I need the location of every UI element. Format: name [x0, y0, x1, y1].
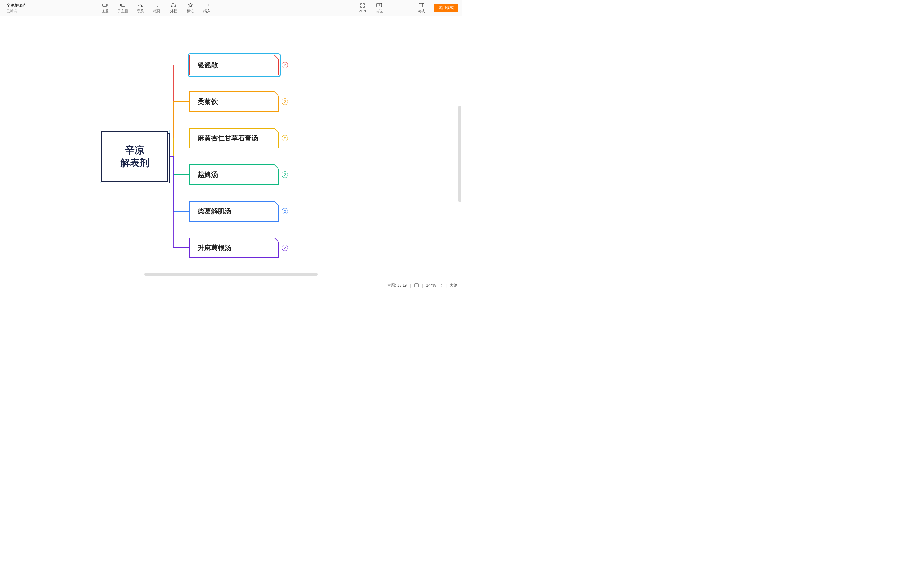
- format-label: 格式: [418, 9, 425, 13]
- summary-label: 概要: [153, 9, 160, 13]
- zoom-level[interactable]: 144%: [426, 283, 436, 287]
- child-count-badge[interactable]: 2: [282, 135, 288, 141]
- marker-button[interactable]: 标记: [186, 3, 195, 13]
- topic-icon: [102, 3, 108, 8]
- subtopic-label: 柴葛解肌汤: [198, 207, 231, 216]
- topic-label: 主题: [102, 9, 109, 13]
- outline-button[interactable]: 大纲: [450, 283, 457, 288]
- subtopic-node[interactable]: 越婢汤: [189, 164, 279, 185]
- subtopic-icon: [120, 3, 126, 8]
- svg-rect-0: [103, 4, 107, 6]
- relation-icon: [137, 3, 143, 8]
- zoom-stepper[interactable]: ▲▼: [440, 284, 443, 287]
- svg-rect-2: [171, 3, 176, 7]
- separator: |: [422, 283, 423, 287]
- subtopic-node[interactable]: 桑菊饮: [189, 91, 279, 112]
- fold-corner-icon: [273, 237, 279, 243]
- marker-label: 标记: [187, 9, 194, 13]
- fold-corner-icon: [273, 55, 279, 61]
- subtopic-label: 升麻葛根汤: [198, 243, 231, 252]
- format-button[interactable]: 格式: [417, 3, 426, 13]
- central-topic[interactable]: 辛凉 解表剂: [101, 131, 168, 182]
- child-count-badge[interactable]: 2: [282, 98, 288, 105]
- summary-icon: [154, 3, 160, 8]
- trial-mode-button[interactable]: 试用模式: [434, 3, 458, 12]
- central-line2: 解表剂: [120, 156, 149, 169]
- zen-button[interactable]: ZEN: [358, 3, 367, 13]
- topic-button[interactable]: 主题: [101, 3, 110, 13]
- vertical-scrollbar[interactable]: [459, 106, 461, 202]
- svg-rect-4: [419, 3, 424, 7]
- toolbar: 辛凉解表剂 已编辑 主题 子主题 联系 概要 外框 标记 插入: [0, 0, 462, 16]
- central-box: 辛凉 解表剂: [101, 131, 168, 182]
- relation-label: 联系: [137, 9, 144, 13]
- child-count-badge[interactable]: 2: [282, 245, 288, 251]
- minimap-icon[interactable]: [414, 284, 419, 287]
- subtopic-button[interactable]: 子主题: [118, 3, 128, 13]
- fold-corner-icon: [273, 164, 279, 170]
- topic-count-label: 主题: 1 / 19: [387, 283, 407, 288]
- horizontal-scrollbar[interactable]: [144, 273, 318, 276]
- subtopic-node[interactable]: 升麻葛根汤: [189, 237, 279, 258]
- subtopic-label: 子主题: [118, 9, 128, 13]
- svg-rect-1: [121, 4, 125, 6]
- document-status: 已编辑: [6, 9, 27, 13]
- subtopic-label: 越婢汤: [198, 170, 218, 179]
- subtopic-node[interactable]: 柴葛解肌汤: [189, 201, 279, 221]
- relation-button[interactable]: 联系: [136, 3, 145, 13]
- insert-label: 插入: [204, 9, 210, 13]
- toolbar-center: 主题 子主题 联系 概要 外框 标记 插入: [101, 3, 212, 13]
- mindmap-canvas[interactable]: 辛凉 解表剂 银翘散2桑菊饮2麻黄杏仁甘草石膏汤2越婢汤2柴葛解肌汤2升麻葛根汤…: [0, 16, 462, 282]
- zen-label: ZEN: [359, 9, 366, 13]
- title-area: 辛凉解表剂 已编辑: [6, 3, 27, 13]
- subtopic-node[interactable]: 银翘散: [189, 55, 279, 75]
- fold-corner-icon: [273, 128, 279, 134]
- fold-corner-icon: [273, 201, 279, 207]
- subtopic-node[interactable]: 麻黄杏仁甘草石膏汤: [189, 128, 279, 148]
- fold-corner-icon: [273, 91, 279, 97]
- plus-icon: [204, 3, 210, 8]
- boundary-button[interactable]: 外框: [169, 3, 178, 13]
- child-count-badge[interactable]: 2: [282, 208, 288, 214]
- subtopic-label: 桑菊饮: [198, 97, 218, 106]
- present-label: 演说: [376, 9, 383, 13]
- boundary-icon: [171, 3, 176, 8]
- present-button[interactable]: 演说: [375, 3, 384, 13]
- summary-button[interactable]: 概要: [152, 3, 162, 13]
- toolbar-right: ZEN 演说 格式 试用模式: [358, 3, 458, 13]
- child-count-badge[interactable]: 2: [282, 62, 288, 68]
- document-title: 辛凉解表剂: [6, 3, 27, 8]
- separator: |: [446, 283, 447, 287]
- subtopic-label: 麻黄杏仁甘草石膏汤: [198, 134, 258, 143]
- format-icon: [419, 3, 425, 8]
- subtopic-label: 银翘散: [198, 61, 218, 69]
- insert-button[interactable]: 插入: [202, 3, 212, 13]
- separator: |: [410, 283, 411, 287]
- present-icon: [376, 3, 382, 8]
- central-line1: 辛凉: [125, 143, 144, 157]
- status-bar: 主题: 1 / 19 | | 144% ▲▼ | 大纲: [0, 282, 462, 288]
- zen-icon: [360, 3, 365, 8]
- boundary-label: 外框: [170, 9, 177, 13]
- star-icon: [187, 3, 193, 8]
- child-count-badge[interactable]: 2: [282, 171, 288, 178]
